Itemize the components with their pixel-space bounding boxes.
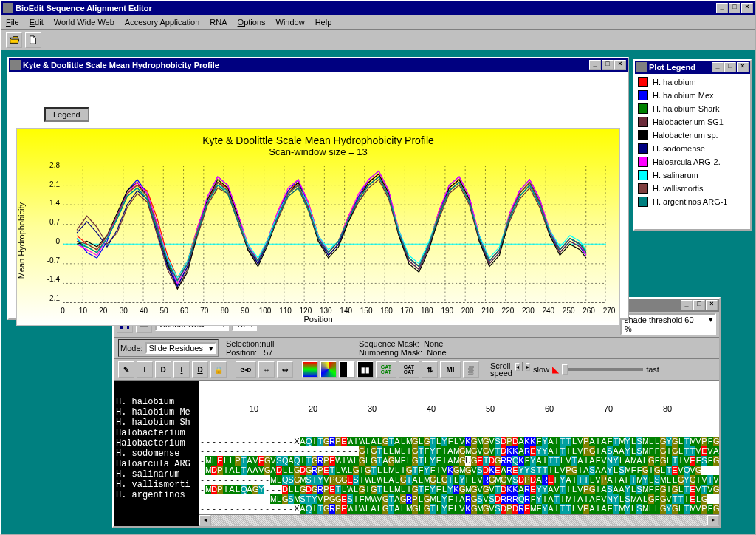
scroll-track[interactable] <box>211 515 707 526</box>
tool-MI-button[interactable]: MI <box>440 361 461 378</box>
y-tick: 0 <box>45 237 60 245</box>
tool-gap-button[interactable]: G•D <box>236 361 256 378</box>
open-button[interactable] <box>6 32 22 48</box>
legend-titlebar[interactable]: Plot Legend _ □ × <box>635 61 750 74</box>
plot-canvas <box>63 166 606 303</box>
legend-button[interactable]: Legend <box>44 107 89 122</box>
sequence-row[interactable]: -MDPIALTAAVGADLLGDGRPETLWLGIGTLLMLIGTFYF… <box>199 466 719 475</box>
mode-combo[interactable]: Slide Residues <box>145 342 216 354</box>
tool-fitwidth-button[interactable]: ⇔ <box>277 361 293 378</box>
y-tick: 1.4 <box>45 199 60 207</box>
x-tick: 260 <box>582 307 597 315</box>
tool-Iu-button[interactable]: I <box>173 361 190 378</box>
align-close-button[interactable]: × <box>706 300 718 310</box>
sequence-names-column[interactable]: H. halobium H. halobium Me H. halobium S… <box>114 381 199 526</box>
legend-row[interactable]: H. argentinos ARG-1 <box>638 197 747 207</box>
x-tick: 230 <box>520 307 535 315</box>
x-tick: 90 <box>238 307 252 315</box>
tool-cat1-button[interactable]: GATCAT <box>376 361 396 378</box>
app-icon <box>3 3 13 13</box>
tool-Du-button[interactable]: D <box>192 361 208 378</box>
legend-row[interactable]: H. halobium <box>638 77 747 87</box>
tool-lock-button[interactable]: 🔒 <box>210 361 227 378</box>
tool-D-button[interactable]: D <box>155 361 171 378</box>
menu-window[interactable]: Window <box>276 18 305 27</box>
tool-shade2-button[interactable]: ▮▮ <box>357 361 374 378</box>
legend-row[interactable]: Halobacterium sp. <box>638 130 747 140</box>
profile-max-button[interactable]: □ <box>602 60 614 70</box>
sequence-row[interactable]: ------------MLGSMSTYVPGGESIFMWVGTAGRPLGM… <box>199 494 719 504</box>
scroll-right-button[interactable]: ▸ <box>526 363 530 371</box>
legend-close-button[interactable]: × <box>737 62 749 72</box>
tool-I-button[interactable]: I <box>137 361 153 378</box>
scroll-right-arrow[interactable]: ▸ <box>707 515 719 525</box>
legend-list: H. halobiumH. halobium MexH. halobium Sh… <box>635 74 750 229</box>
align-icon-toolbar: ✎ I D I D 🔒 G•D ↔ ⇔ ▮▮ GATCAT GATCAT ⇅ M… <box>114 359 719 381</box>
main-titlebar[interactable]: BioEdit Sequence Alignment Editor _ □ × <box>1 1 755 15</box>
new-file-button[interactable] <box>25 32 41 48</box>
horizontal-scrollbar[interactable]: ◂ ▸ <box>199 514 719 526</box>
x-tick: 50 <box>157 307 171 315</box>
tool-shade1-button[interactable] <box>339 361 355 378</box>
legend-row[interactable]: H. sodomense <box>638 143 747 154</box>
legend-row[interactable]: H. vallismortis <box>638 183 747 194</box>
x-tick: 180 <box>419 307 434 315</box>
legend-max-button[interactable]: □ <box>724 62 736 72</box>
legend-row[interactable]: Halobacterium SG1 <box>638 117 747 127</box>
legend-label: Halobacterium SG1 <box>653 117 724 126</box>
menu-help[interactable]: Help <box>315 18 332 27</box>
sequence-row[interactable]: ---------------------------GIGTLLMLIGTFY… <box>199 446 719 456</box>
scroll-left-button[interactable]: ◂ <box>515 363 520 371</box>
menu-rna[interactable]: RNA <box>210 18 227 27</box>
tool-cat2-button[interactable]: GATCAT <box>399 361 419 378</box>
tool-cursor-button[interactable]: ✎ <box>118 361 134 378</box>
sequence-row[interactable]: -MDPIALQAGY---DLLGDGRPETLWLGIGTLLMLIGTFY… <box>199 485 719 494</box>
x-tick: 0 <box>55 307 70 315</box>
menu-acc[interactable]: Accesory Application <box>125 18 200 27</box>
profile-min-button[interactable]: _ <box>589 60 601 70</box>
mask-status: Sequence Mask: None Numbering Mask: None <box>359 339 506 357</box>
legend-row[interactable]: H. salinarum <box>638 170 747 180</box>
speed-slider[interactable] <box>562 368 643 371</box>
maximize-button[interactable]: □ <box>729 3 740 13</box>
menu-www[interactable]: World Wide Web <box>54 18 114 27</box>
tool-align-button[interactable]: ▒ <box>463 361 479 378</box>
legend-row[interactable]: H. halobium Mex <box>638 90 747 100</box>
legend-min-button[interactable]: _ <box>712 62 724 72</box>
legend-label: Haloarcula ARG-2. <box>653 157 721 166</box>
legend-row[interactable]: Haloarcula ARG-2. <box>638 157 747 167</box>
tool-shift-button[interactable]: ↔ <box>258 361 275 378</box>
legend-label: H. halobium Mex <box>653 91 714 100</box>
sequence-row[interactable]: -MLELLPTAVEGVSQAQITGRPEWIWLGLGTAGMFLGTLY… <box>199 456 719 466</box>
close-button[interactable]: × <box>741 3 753 13</box>
profile-close-button[interactable]: × <box>614 60 626 70</box>
sequence-grid[interactable]: 1020304050607080 ----------------XAQITGR… <box>199 381 719 526</box>
profile-titlebar[interactable]: Kyte & Doolittle Scale Mean Hydrophobici… <box>9 58 628 72</box>
shade-threshold-combo[interactable]: shade threshold 60 % <box>620 313 716 335</box>
menu-options[interactable]: Options <box>238 18 266 27</box>
align-max-button[interactable]: □ <box>693 300 705 310</box>
legend-row[interactable]: H. halobium Shark <box>638 103 747 114</box>
minimize-button[interactable]: _ <box>716 3 728 13</box>
sequence-row[interactable]: ----------------XAQITGRPEWIWLALGTALMGLGT… <box>199 437 719 446</box>
tool-color1-button[interactable] <box>302 361 318 378</box>
app-title: BioEdit Sequence Alignment Editor <box>16 4 715 13</box>
legend-label: H. halobium Shark <box>653 104 720 113</box>
sequence-row[interactable]: ----------------XAQITGRPEWIWLALGTALMGLGT… <box>199 504 719 514</box>
tool-color2-button[interactable] <box>320 361 337 378</box>
menu-file[interactable]: File <box>6 18 19 27</box>
ruler-tick: 80 <box>663 404 672 413</box>
ruler-tick: 60 <box>545 404 554 413</box>
x-tick: 80 <box>217 307 232 315</box>
alignment-window: _ □ × Courier New 10 shade threshold 60 … <box>112 297 721 528</box>
scroll-left-arrow[interactable]: ◂ <box>199 515 211 525</box>
legend-swatch <box>638 103 648 114</box>
chart-icon <box>10 60 21 70</box>
menu-edit[interactable]: Edit <box>30 18 44 27</box>
legend-swatch <box>638 170 648 180</box>
tool-flip-button[interactable]: ⇅ <box>422 361 438 378</box>
slow-marker-icon: ◣ <box>552 364 559 375</box>
x-tick: 220 <box>501 307 515 315</box>
align-min-button[interactable]: _ <box>681 300 693 310</box>
sequence-row[interactable]: ------------MLQSGMSTYVPGGESIWLWLALGTALMG… <box>199 475 719 485</box>
